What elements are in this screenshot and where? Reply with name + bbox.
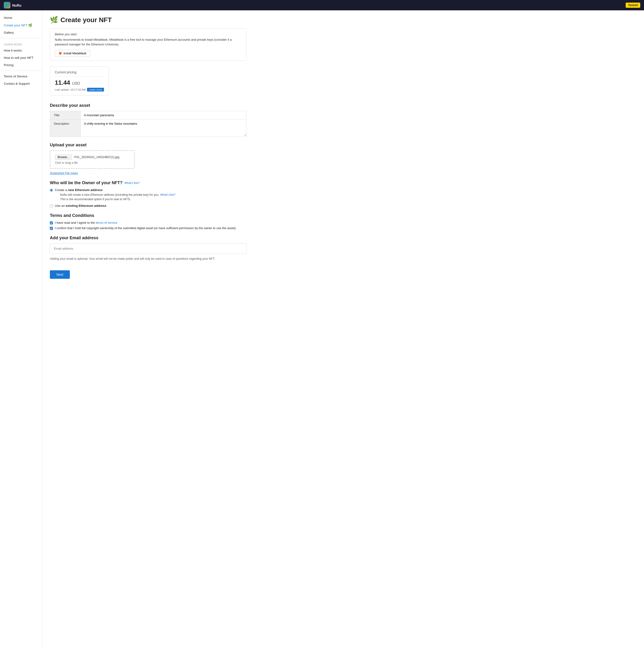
radio-new-address-label: Create a new Ethereum address <box>55 188 176 192</box>
layout: Home Create your NFT 🌿 Gallery LEARN MOR… <box>0 10 644 646</box>
pricing-update-row: Last update: 10:17:10 AM Learn more <box>55 88 104 92</box>
description-input[interactable] <box>81 119 246 136</box>
email-title: Add your Email address <box>50 235 246 240</box>
upload-hint: Click or drag a file <box>55 161 129 165</box>
upload-filename: PXL_20230101_145319837(1).jpg <box>74 155 119 159</box>
description-row: Description <box>50 119 246 137</box>
main-content: 🌿 Create your NFT Before you start: Nuft… <box>42 10 254 646</box>
email-section: Add your Email address Adding your email… <box>50 235 246 261</box>
owner-whats-this-link[interactable]: What's this? <box>124 181 140 185</box>
pricing-label: Current pricing <box>55 70 104 74</box>
sidebar-item-how-to-sell[interactable]: How to sell your NFT <box>0 54 42 62</box>
sidebar-item-create-nft[interactable]: Create your NFT 🌿 <box>0 21 42 29</box>
title-row: Title <box>50 111 246 119</box>
sidebar-item-terms[interactable]: Terms of Service <box>0 73 42 80</box>
supported-file-types-link[interactable]: Supported File types <box>50 171 78 175</box>
app-name: Nuftu <box>12 3 21 7</box>
terms-checkbox-1[interactable] <box>50 221 53 224</box>
owner-section: Who will be the Owner of your NFT? What'… <box>50 181 246 208</box>
title-input[interactable] <box>81 111 246 119</box>
owner-title: Who will be the Owner of your NFT? What'… <box>50 181 246 185</box>
pricing-update-text: Last update: 10:17:10 AM <box>55 88 86 91</box>
sidebar: Home Create your NFT 🌿 Gallery LEARN MOR… <box>0 10 42 646</box>
infobox-label: Before you start: <box>55 32 241 36</box>
sidebar-item-gallery[interactable]: Gallery <box>0 29 42 36</box>
sidebar-divider-2 <box>0 71 42 71</box>
metamask-info-box: Before you start: Nuftu recommends to in… <box>50 28 246 61</box>
pricing-currency: USD <box>72 81 80 85</box>
describe-asset-title: Describe your asset <box>50 103 246 108</box>
email-input[interactable] <box>50 243 246 254</box>
radio-new-address-desc: Nuftu will create a new Ethereum address… <box>60 193 176 202</box>
testnet-badge: Testnet <box>626 3 640 8</box>
radio-existing-address-row: Use an existing Ethereum address <box>50 204 246 208</box>
radio-existing-address-label: Use an existing Ethereum address <box>55 204 106 208</box>
asset-form-table: Title Description <box>50 111 246 137</box>
page-title-icon: 🌿 <box>50 16 58 24</box>
page-title: 🌿 Create your NFT <box>50 16 246 24</box>
pricing-row: 11.44 USD <box>55 79 104 86</box>
terms-checkbox-row-1: I have read and I agree to the terms of … <box>50 221 246 224</box>
pricing-learn-more-button[interactable]: Learn more <box>87 88 104 92</box>
next-button[interactable]: Next <box>50 270 70 279</box>
upload-asset-title: Upload your asset <box>50 142 246 147</box>
radio-existing-address[interactable] <box>50 204 53 208</box>
sidebar-item-contact[interactable]: Contact & Support <box>0 80 42 87</box>
infobox-text: Nuftu recommends to install MetaMask. Me… <box>55 37 241 46</box>
description-cell <box>81 119 246 137</box>
new-address-whats-this-link[interactable]: What's this? <box>160 193 176 196</box>
terms-label-1: I have read and I agree to the terms of … <box>55 221 117 224</box>
title-cell <box>81 111 246 119</box>
browse-button[interactable]: Browse... <box>55 154 72 160</box>
terms-checkbox-2[interactable] <box>50 227 53 230</box>
terms-checkbox-row-2: I confirm that I hold full copyright own… <box>50 226 246 230</box>
sidebar-item-pricing[interactable]: Pricing <box>0 62 42 69</box>
install-metamask-button[interactable]: 🦊 Install MetaMask <box>55 50 90 57</box>
description-label: Description <box>50 119 81 137</box>
pricing-box: Current pricing 11.44 USD Last update: 1… <box>50 66 109 96</box>
terms-of-service-link[interactable]: terms of service <box>96 221 117 224</box>
sidebar-divider <box>0 38 42 38</box>
sidebar-learn-more-label: LEARN MORE <box>0 40 42 47</box>
terms-label-2: I confirm that I hold full copyright own… <box>55 226 236 230</box>
radio-new-address[interactable] <box>50 189 53 192</box>
radio-new-address-row: Create a new Ethereum address Nuftu will… <box>50 188 246 202</box>
pricing-amount: 11.44 <box>55 79 70 86</box>
sidebar-item-home[interactable]: Home <box>0 14 42 21</box>
topnav: 🌿 Nuftu Testnet <box>0 0 644 10</box>
sidebar-item-how-it-works[interactable]: How it works <box>0 47 42 54</box>
email-note: Adding your email is optional. Your emai… <box>50 257 246 261</box>
title-label: Title <box>50 111 81 119</box>
logo-icon: 🌿 <box>4 2 10 8</box>
metamask-icon: 🦊 <box>58 51 62 55</box>
upload-box[interactable]: Browse... PXL_20230101_145319837(1).jpg … <box>50 150 134 169</box>
terms-section: Terms and Conditions I have read and I a… <box>50 213 246 230</box>
upload-top-row: Browse... PXL_20230101_145319837(1).jpg <box>55 154 129 160</box>
terms-title: Terms and Conditions <box>50 213 246 218</box>
app-logo[interactable]: 🌿 Nuftu <box>4 2 21 8</box>
